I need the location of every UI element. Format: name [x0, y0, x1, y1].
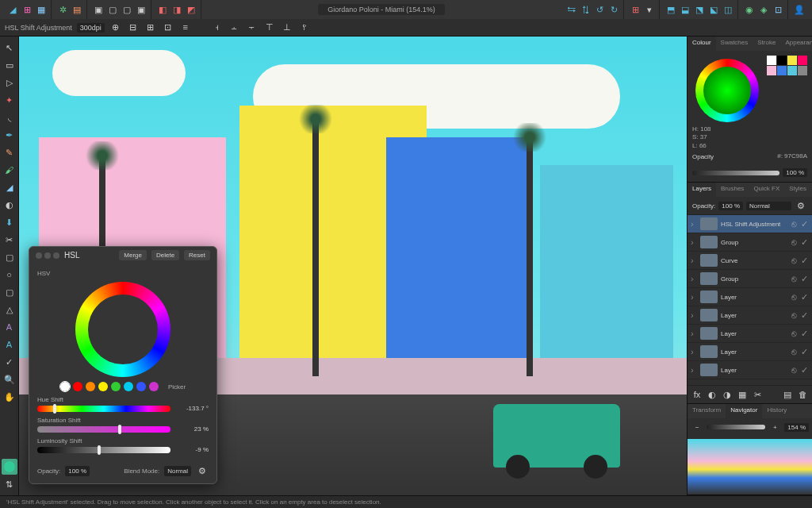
- text-frame-tool[interactable]: A: [2, 337, 17, 352]
- document-title[interactable]: Giordano Poloni - Miami (154.1%): [318, 4, 445, 15]
- layers-opacity-value[interactable]: 100 %: [718, 202, 743, 210]
- move-tool[interactable]: ↖: [2, 40, 17, 56]
- boolean-xor-icon[interactable]: ⬕: [707, 3, 720, 16]
- pen-tool[interactable]: ✒: [2, 127, 17, 143]
- boolean-div-icon[interactable]: ◫: [722, 3, 734, 16]
- hue-range-dot[interactable]: [86, 382, 95, 391]
- navigator-preview[interactable]: [688, 439, 812, 495]
- snapopts-icon[interactable]: ▾: [643, 3, 656, 16]
- picker-label[interactable]: Picker: [168, 383, 186, 391]
- opacity-value[interactable]: 100 %: [783, 168, 807, 177]
- swatch[interactable]: [767, 66, 776, 75]
- layer-row[interactable]: › Layer ⎋ ✓: [688, 343, 812, 361]
- chevron-right-icon[interactable]: ›: [691, 329, 697, 338]
- text-art-tool[interactable]: A: [2, 319, 17, 335]
- artboard-tool[interactable]: ▭: [2, 57, 17, 73]
- zoom-in-icon[interactable]: +: [768, 421, 781, 433]
- colour-wheel[interactable]: [695, 59, 759, 122]
- zoom-value[interactable]: 154 %: [784, 423, 809, 432]
- layer-delete-icon[interactable]: 🗑: [796, 388, 809, 401]
- arrange-back-icon[interactable]: ▣: [92, 3, 105, 16]
- hue-slider[interactable]: [37, 406, 170, 412]
- chevron-right-icon[interactable]: ›: [691, 256, 697, 265]
- tab-styles[interactable]: Styles: [784, 183, 811, 197]
- snap-icon[interactable]: ⊞: [629, 3, 642, 16]
- crop-tool[interactable]: ✂: [2, 232, 17, 248]
- hex-readout[interactable]: #: 97C98A: [777, 152, 807, 160]
- sat-slider[interactable]: [37, 426, 170, 433]
- ctx-icon-5[interactable]: ≡: [179, 21, 192, 34]
- hsl-wheel[interactable]: [75, 282, 170, 377]
- layer-row[interactable]: › Group ⎋ ✓: [688, 270, 812, 288]
- lock-icon[interactable]: ⎋: [791, 329, 799, 337]
- boolean-add-icon[interactable]: ⬒: [665, 3, 677, 16]
- persona-designer-icon[interactable]: ⊞: [21, 3, 33, 16]
- app-logo-icon[interactable]: ◢: [6, 3, 19, 16]
- boolean-sub-icon[interactable]: ⬓: [679, 3, 691, 16]
- boolean-int-icon[interactable]: ⬔: [693, 3, 706, 16]
- layer-crop-icon[interactable]: ✂: [751, 388, 764, 401]
- ctx-align-6[interactable]: ⫯: [298, 21, 311, 34]
- hue-range-dot[interactable]: [60, 382, 70, 391]
- swatch[interactable]: [767, 56, 776, 65]
- arrange-front-icon[interactable]: ▣: [135, 3, 147, 16]
- tab-stroke[interactable]: Stroke: [753, 37, 780, 51]
- delete-button[interactable]: Delete: [151, 250, 179, 260]
- insert-target-icon[interactable]: ◉: [743, 3, 756, 16]
- zoom-tool[interactable]: 🔍: [2, 371, 17, 387]
- ctx-icon-3[interactable]: ⊞: [144, 21, 157, 34]
- flip-h-icon[interactable]: ⮀: [565, 3, 577, 16]
- persona-pixel-icon[interactable]: ▦: [35, 3, 48, 16]
- hsl-mode-label[interactable]: HSV: [37, 270, 209, 277]
- lock-icon[interactable]: ⎋: [791, 311, 799, 319]
- layer-row[interactable]: › Layer ⎋ ✓: [688, 361, 812, 379]
- ctx-align-5[interactable]: ⊥: [281, 21, 293, 34]
- shape-polygon-tool[interactable]: △: [2, 302, 17, 318]
- align-left-icon[interactable]: ◧: [156, 3, 169, 16]
- arrange-forward-icon[interactable]: ▢: [121, 3, 133, 16]
- chevron-right-icon[interactable]: ›: [691, 293, 697, 302]
- gear-icon[interactable]: ⚙: [196, 464, 209, 477]
- swap-colours-icon[interactable]: ⇅: [2, 476, 17, 492]
- tab-layers[interactable]: Layers: [688, 183, 716, 197]
- hue-range-dot[interactable]: [98, 382, 108, 391]
- lock-icon[interactable]: ⎋: [791, 348, 799, 356]
- hue-range-dot[interactable]: [136, 382, 146, 391]
- hue-value[interactable]: -133.7 °: [175, 405, 209, 412]
- fill-tool[interactable]: ◢: [2, 179, 17, 195]
- shape-ellipse-tool[interactable]: ○: [2, 267, 17, 283]
- prefs-icon[interactable]: ✲: [56, 3, 69, 16]
- visibility-icon[interactable]: ✓: [801, 293, 809, 301]
- tab-transform[interactable]: Transform: [688, 404, 726, 418]
- layer-row[interactable]: › Curve ⎋ ✓: [688, 252, 812, 270]
- tab-colour[interactable]: Colour: [688, 37, 716, 51]
- layer-add-icon[interactable]: ▤: [781, 388, 794, 401]
- swatch[interactable]: [777, 66, 787, 75]
- lock-icon[interactable]: ⎋: [791, 238, 799, 246]
- visibility-icon[interactable]: ✓: [801, 311, 809, 319]
- ctx-icon-2[interactable]: ⊟: [127, 21, 140, 34]
- shape-rect-tool[interactable]: ▢: [2, 249, 17, 265]
- layer-row[interactable]: › Group ⎋ ✓: [688, 233, 812, 252]
- zoom-out-icon[interactable]: −: [691, 421, 703, 433]
- account-icon[interactable]: 👤: [793, 3, 806, 16]
- visibility-icon[interactable]: ✓: [801, 329, 809, 337]
- swatch[interactable]: [787, 56, 797, 65]
- align-center-icon[interactable]: ◨: [170, 3, 183, 16]
- ctx-icon-4[interactable]: ⊡: [162, 21, 174, 34]
- corner-tool[interactable]: ◟: [2, 110, 17, 125]
- ctx-icon-1[interactable]: ⊕: [109, 21, 122, 34]
- hue-range-dot[interactable]: [124, 382, 133, 391]
- window-traffic-lights[interactable]: [36, 252, 59, 259]
- lock-icon[interactable]: ⎋: [791, 293, 799, 301]
- popup-opacity-value[interactable]: 100 %: [65, 466, 90, 476]
- rotate-ccw-icon[interactable]: ↺: [593, 3, 606, 16]
- hue-range-dot[interactable]: [73, 382, 82, 391]
- visibility-icon[interactable]: ✓: [801, 238, 809, 246]
- swatch[interactable]: [777, 56, 787, 65]
- visibility-icon[interactable]: ✓: [801, 275, 809, 283]
- tab-brushes[interactable]: Brushes: [716, 183, 749, 197]
- lock-icon[interactable]: ⎋: [791, 366, 799, 374]
- swatch[interactable]: [798, 56, 807, 65]
- lum-value[interactable]: -9 %: [175, 446, 209, 453]
